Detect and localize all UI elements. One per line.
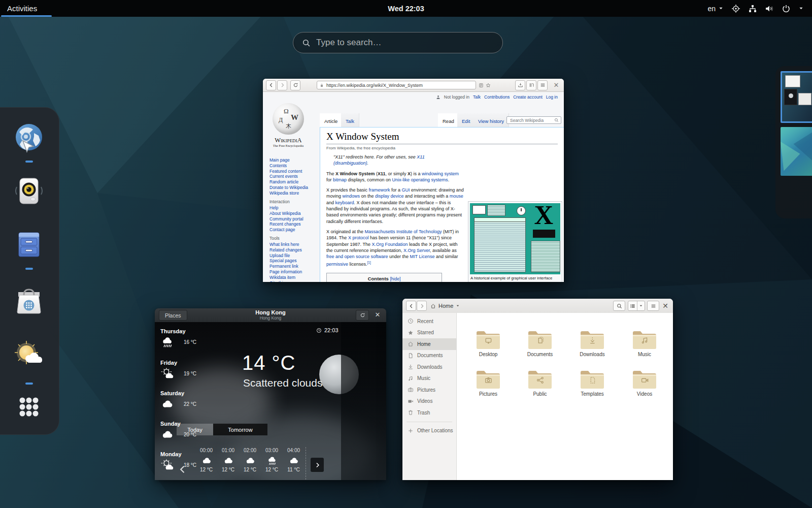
nav-link[interactable]: Main page — [269, 157, 318, 163]
dash-item-rhythmbox[interactable] — [13, 175, 45, 207]
back-button[interactable] — [406, 301, 416, 311]
nav-link[interactable]: Community portal — [269, 216, 318, 222]
nav-link[interactable]: Special pages — [269, 258, 318, 264]
sidebar-item-recent[interactable]: Recent — [402, 315, 456, 327]
tab-edit[interactable]: Edit — [457, 113, 475, 127]
folder-videos[interactable]: Videos — [621, 369, 668, 397]
window-close-button[interactable]: ✕ — [373, 310, 382, 320]
toc-item[interactable]: 1Purpose and abilities — [331, 281, 437, 282]
nav-link[interactable]: Permanent link — [269, 264, 318, 269]
places-button[interactable]: Places — [159, 310, 187, 321]
log-in-link[interactable]: Log in — [546, 94, 558, 100]
sidebar-item-starred[interactable]: Starred — [402, 327, 456, 339]
downloads-button[interactable] — [515, 80, 525, 90]
nav-link[interactable]: Cite this page — [269, 280, 318, 282]
dash-item-files[interactable] — [13, 228, 45, 261]
toc-hide-link[interactable]: [hide] — [390, 276, 401, 281]
location-breadcrumb[interactable]: Home — [430, 301, 460, 311]
location-icon[interactable] — [731, 4, 740, 13]
files-menu-button[interactable] — [647, 301, 659, 311]
dash-item-software[interactable] — [13, 284, 45, 316]
weather-window-preview[interactable]: Places Hong Kong Hong Kong ✕ 22:03 14 °C… — [155, 308, 386, 480]
wikipedia-tagline: The Free Encyclopedia — [263, 144, 314, 147]
browser-menu-button[interactable] — [537, 80, 548, 90]
wikipedia-globe-logo[interactable]: Ω W Д 木 — [273, 103, 304, 135]
contributions-link[interactable]: Contributions — [484, 94, 510, 100]
wikipedia-wordmark[interactable]: WikipediA — [263, 137, 314, 144]
sidebar-item-downloads[interactable]: Downloads — [402, 361, 456, 373]
back-button[interactable] — [266, 80, 276, 90]
browser-window-preview[interactable]: https://en.wikipedia.org/wiki/X_Window_S… — [263, 79, 564, 282]
nav-link[interactable]: Contents — [269, 163, 318, 169]
reader-view-icon[interactable] — [478, 82, 485, 89]
create-account-link[interactable]: Create account — [513, 94, 543, 100]
sidebar-item-home[interactable]: Home — [402, 338, 456, 350]
folder-public[interactable]: Public — [517, 369, 563, 397]
sidebar-item-trash[interactable]: Trash — [402, 407, 456, 419]
wikipedia-search-input[interactable] — [509, 117, 554, 123]
nav-link[interactable]: About Wikipedia — [269, 211, 318, 216]
nav-link[interactable]: Random article — [269, 179, 318, 185]
library-button[interactable] — [526, 80, 536, 90]
dash-item-weather[interactable] — [13, 339, 45, 371]
nav-link[interactable]: Related changes — [269, 247, 318, 253]
nav-link[interactable]: Wikidata item — [269, 275, 318, 280]
dash-item-web-browser[interactable] — [13, 122, 45, 155]
tab-tomorrow[interactable]: Tomorrow — [213, 424, 267, 435]
folder-templates[interactable]: Templates — [569, 369, 616, 397]
forward-button[interactable] — [417, 301, 427, 311]
bookmark-star-icon[interactable] — [485, 82, 492, 89]
nav-link[interactable]: Contact page — [269, 227, 318, 233]
tab-view-history[interactable]: View history — [473, 113, 509, 127]
folder-music[interactable]: Music — [621, 329, 668, 357]
activities-button[interactable]: Activities — [0, 0, 44, 17]
system-status-area[interactable]: en — [707, 4, 812, 13]
folder-desktop[interactable]: Desktop — [465, 329, 512, 357]
nav-link[interactable]: What links here — [269, 242, 318, 247]
workspace-thumbnail[interactable] — [781, 127, 812, 176]
keyboard-layout-indicator[interactable]: en — [707, 5, 724, 13]
view-toggle-button[interactable] — [628, 301, 645, 311]
window-close-button[interactable]: ✕ — [552, 81, 561, 90]
sidebar-item-videos[interactable]: Videos — [402, 396, 456, 407]
search-input[interactable] — [315, 37, 500, 48]
overview-search-bar[interactable] — [293, 32, 503, 53]
power-icon[interactable] — [782, 4, 791, 13]
volume-icon[interactable] — [765, 4, 774, 13]
files-window-preview[interactable]: Home ✕ Recent Starred Home — [402, 299, 673, 480]
hourly-next-button[interactable] — [311, 458, 324, 472]
dash-item-show-applications[interactable] — [13, 391, 45, 423]
nav-link[interactable]: Featured content — [269, 169, 318, 174]
chevron-down-icon[interactable] — [798, 6, 804, 11]
sidebar-item-other-locations[interactable]: Other Locations — [402, 425, 456, 437]
nav-link[interactable]: Current events — [269, 174, 318, 179]
talk-link[interactable]: Talk — [473, 94, 481, 100]
network-icon[interactable] — [748, 4, 757, 13]
hourly-forecast: 00:00 12 °C 01:00 12 °C 02:00 12 °C 03:0… — [195, 448, 304, 472]
nav-link[interactable]: Page information — [269, 269, 318, 275]
tab-talk[interactable]: Talk — [341, 113, 359, 127]
article-thumbnail[interactable]: X A historical example of graphical user… — [468, 201, 562, 282]
folder-downloads[interactable]: Downloads — [569, 329, 616, 357]
wikipedia-search-box[interactable] — [506, 116, 561, 124]
search-button[interactable] — [613, 301, 625, 311]
nav-link[interactable]: Help — [269, 205, 318, 211]
address-bar[interactable]: https://en.wikipedia.org/wiki/X_Window_S… — [317, 81, 476, 89]
nav-link[interactable]: Wikipedia store — [269, 190, 318, 196]
window-close-button[interactable]: ✕ — [660, 301, 670, 311]
forward-button[interactable] — [277, 80, 287, 90]
folder-documents[interactable]: Documents — [517, 329, 563, 357]
workspace-thumbnail-active[interactable] — [781, 71, 812, 123]
tab-article[interactable]: Article — [320, 113, 343, 127]
folder-pictures[interactable]: Pictures — [465, 369, 512, 397]
reload-button[interactable] — [290, 80, 300, 90]
clock[interactable]: Wed 22:03 — [0, 5, 812, 13]
nav-link[interactable]: Donate to Wikipedia — [269, 185, 318, 190]
nav-link[interactable]: Recent changes — [269, 221, 318, 227]
tab-read[interactable]: Read — [438, 113, 459, 127]
refresh-button[interactable] — [356, 310, 369, 321]
nav-link[interactable]: Upload file — [269, 253, 318, 259]
sidebar-item-music[interactable]: Music — [402, 373, 456, 385]
sidebar-item-pictures[interactable]: Pictures — [402, 384, 456, 396]
sidebar-item-documents[interactable]: Documents — [402, 350, 456, 362]
